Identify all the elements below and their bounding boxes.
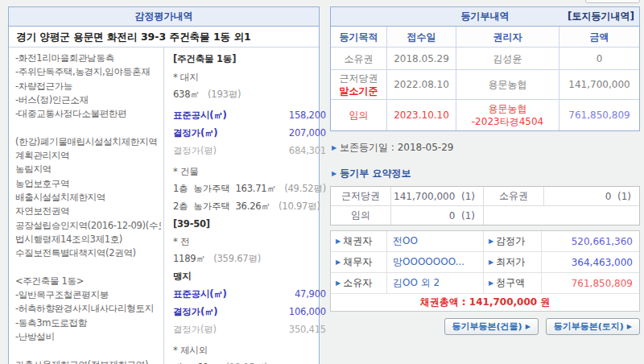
case-info-row: ▶소유자김OO 외 2▶청구액761,850,809 (331, 273, 639, 294)
summary-value: 0 (1) (391, 206, 484, 225)
registry-row: 근저당권말소기준2022.08.10용문농협141,700,000 (331, 70, 639, 100)
case-info-label: ▶최저가 (484, 252, 542, 272)
registry-row: 소유권2018.05.29김성윤0 (331, 48, 639, 70)
appraisal-note-line: (한강)폐기물매립시설설치제한지역 (15, 135, 161, 149)
registry-cell: 2023.10.10 (387, 100, 456, 130)
registry-cell: 761,850,809 (559, 100, 639, 130)
detail-value-pyeong: (193평) (208, 89, 241, 100)
appraisal-note-line: -대중교통사정다소불편한편 (15, 107, 161, 121)
summary-empty-cell (484, 206, 639, 225)
registry-cell: 2022.08.10 (387, 70, 456, 99)
appraisal-details-column: [주건축물 1동]* 대지638㎡ (193평)표준공시(㎡)158,200결정… (164, 48, 334, 364)
registry-cell-text: -2023타경4504 (472, 115, 543, 128)
registry-cell-text: 말소기준 (340, 85, 378, 97)
bullet-arrow-icon: ▶ (489, 259, 493, 266)
price-label: 표준공시(㎡) (173, 110, 227, 122)
appraisal-note-line: -화전1리마을회관남동측 (15, 52, 161, 65)
case-info-value: 망OOOOOOO... (387, 252, 484, 272)
registry-cell: 용문농협 (456, 70, 559, 99)
case-info-amount: 364,463,000 (542, 252, 639, 272)
appraisal-note-line (15, 121, 161, 134)
price-label: 표준공시(㎡) (173, 288, 227, 300)
appraisal-note-line: 배출시설설치제한지역 (15, 191, 161, 205)
partial-cut-element (585, 0, 640, 3)
price-label: 결정가(평) (173, 145, 217, 157)
detail-heading: [주건축물 1동] (173, 53, 326, 65)
appraisal-note-line: 공장설립승인지역(2016-12-09)(수도 (15, 219, 161, 233)
price-value: 158,200 (289, 110, 326, 121)
registry-cell-text: 2018.05.29 (394, 52, 449, 65)
summary-label: 임의 (331, 206, 391, 225)
registry-panel: 등기부내역 [토지등기내역] 등기목적접수일권리자금액 소유권2018.05.2… (330, 6, 640, 335)
case-info-amount: 520,661,360 (542, 231, 639, 251)
case-info-label: ▶청구액 (484, 273, 542, 293)
detail-value-line: 1층 농가주택 163.71㎡ (49.52평) (173, 183, 326, 195)
registry-column-header: 등기목적 (331, 27, 387, 47)
bullet-arrow-icon: ▶ (336, 259, 341, 266)
appraisal-note-line: 농업보호구역 (15, 177, 161, 191)
detail-label: * 대지 (173, 72, 326, 84)
summary-row: 근저당권141,700,000 (1)소유권0 (1) (331, 187, 639, 206)
land-registry-button[interactable]: 등기부등본(토지) ▶ (546, 318, 640, 335)
preservation-date-line: ▶ 보존등기일 : 2018-05-29 (332, 141, 640, 155)
detail-value-line: 2층 농가주택 36.26㎡ (10.97평) (173, 201, 326, 213)
registry-cell-text: 용문농협 (489, 78, 527, 91)
registry-cell: 임의 (331, 100, 387, 130)
price-value: 106,000 (289, 306, 326, 317)
detail-value-pyeong: (10.97평) (279, 201, 320, 212)
price-value: 684,301 (289, 145, 326, 156)
detail-price-row: 표준공시(㎡)47,900 (173, 285, 326, 303)
appraisal-note-line: 자연보전권역 (15, 205, 161, 218)
price-value: 350,415 (289, 324, 326, 335)
summary-row: 임의0 (1) (331, 206, 639, 225)
bullet-arrow-icon: ▶ (336, 238, 341, 245)
bullet-arrow-icon: ▶ (489, 279, 493, 287)
price-label: 결정가(평) (173, 324, 217, 336)
detail-label: * 전 (173, 236, 326, 248)
appraisal-note-line: 계획관리지역 (15, 149, 161, 163)
detail-value-pyeong: (359.67평) (213, 253, 261, 264)
detail-label: * 건물 (173, 166, 326, 178)
registry-column-headers: 등기목적접수일권리자금액 (331, 27, 639, 48)
bullet-arrow-icon: ▶ (332, 144, 336, 151)
appraisal-note-line: 법시행령제14조의3제1호) (15, 233, 161, 246)
registry-summary-title: ▶ 등기부 요약정보 (332, 167, 640, 180)
appraisal-note-line: -난방설비 (15, 330, 161, 344)
registry-cell: 근저당권말소기준 (331, 70, 387, 99)
registry-row: 임의2023.10.10용문농협-2023타경4504761,850,809 (331, 100, 639, 130)
detail-price-row: 결정가(㎡)207,000 (173, 124, 326, 142)
appraisal-note-line: -차량접근가능 (15, 80, 161, 93)
price-label: 결정가(㎡) (173, 306, 217, 318)
appraisal-note-line: -버스(정)인근소재 (15, 93, 161, 107)
auction-detail-page: 감정평가내역 경기 양평군 용문면 화전리 39-3 주건축물 1동 외1 -화… (0, 0, 644, 364)
case-info-label: ▶채권자 (331, 231, 387, 251)
registry-cell: 김성윤 (456, 48, 559, 69)
building-registry-button[interactable]: 등기부등본(건물) ▶ (444, 318, 539, 335)
registry-cell: 용문농협-2023타경4504 (456, 100, 559, 130)
case-info-label: ▶소유자 (331, 273, 387, 293)
registry-table-header: 등기부내역 [토지등기내역] (331, 7, 639, 27)
appraisal-note-line: <주건축물 1동> (15, 275, 161, 288)
registry-cell-text: 141,700,000 (568, 78, 630, 91)
bullet-arrow-icon: ▶ (332, 170, 336, 177)
registry-summary-table: 근저당권141,700,000 (1)소유권0 (1)임의0 (1) (330, 186, 640, 225)
property-address: 경기 양평군 용문면 화전리 39-3 주건축물 1동 외1 (9, 27, 319, 48)
case-info-value: 전OO (387, 231, 484, 251)
appraisal-note-line: -일반목구조철콘평지붕 (15, 288, 161, 302)
detail-value-line: 638㎡ (193평) (173, 89, 326, 101)
detail-value-line: 1189㎡ (359.67평) (173, 253, 326, 265)
summary-value: 0 (1) (544, 187, 639, 205)
registry-column-header: 금액 (559, 27, 639, 47)
registry-cell: 소유권 (331, 48, 387, 69)
summary-label: 소유권 (484, 187, 544, 205)
bullet-arrow-icon: ▶ (336, 279, 341, 287)
case-info-row: ▶채권자전OO▶감정가520,661,360 (331, 231, 639, 252)
appraisal-title: 감정평가내역 (135, 10, 193, 22)
registry-cell: 141,700,000 (559, 70, 639, 99)
appraisal-panel: 감정평가내역 경기 양평군 용문면 화전리 39-3 주건축물 1동 외1 -화… (8, 6, 320, 364)
land-registry-tag[interactable]: [토지등기내역] (568, 7, 634, 26)
case-info-row: ▶채무자망OOOOOOO...▶최저가364,463,000 (331, 252, 639, 273)
appraisal-note-line: 가축사육제한구역(전부제한구역) (15, 358, 161, 364)
registry-cell-text: 0 (597, 52, 603, 65)
detail-price-row: 결정가(㎡)106,000 (173, 303, 326, 321)
